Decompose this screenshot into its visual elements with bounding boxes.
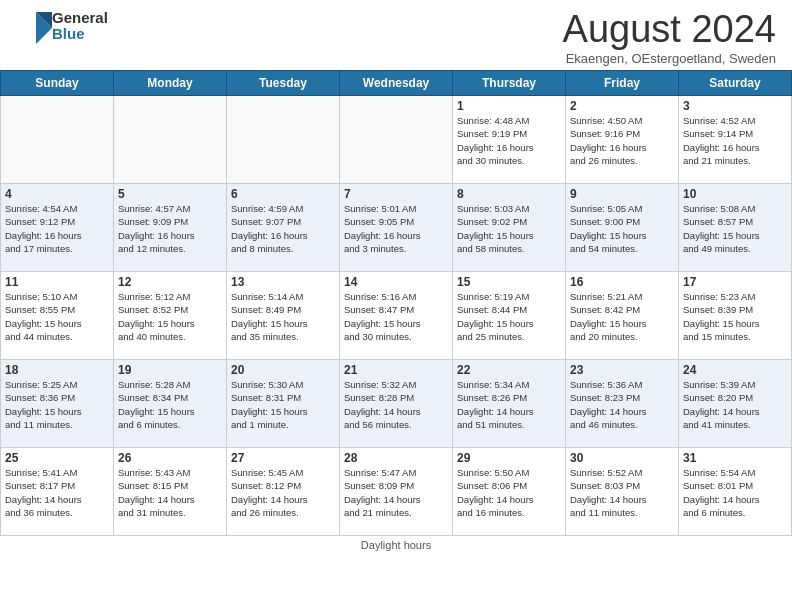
day-number: 25 <box>5 451 109 465</box>
daylight-label: Daylight hours <box>361 539 431 551</box>
day-info: Sunrise: 5:16 AM Sunset: 8:47 PM Dayligh… <box>344 290 448 343</box>
day-number: 18 <box>5 363 109 377</box>
calendar-day-12: 12Sunrise: 5:12 AM Sunset: 8:52 PM Dayli… <box>114 272 227 360</box>
day-info: Sunrise: 5:12 AM Sunset: 8:52 PM Dayligh… <box>118 290 222 343</box>
calendar-day-15: 15Sunrise: 5:19 AM Sunset: 8:44 PM Dayli… <box>453 272 566 360</box>
calendar-day-10: 10Sunrise: 5:08 AM Sunset: 8:57 PM Dayli… <box>679 184 792 272</box>
day-info: Sunrise: 5:41 AM Sunset: 8:17 PM Dayligh… <box>5 466 109 519</box>
calendar-day-16: 16Sunrise: 5:21 AM Sunset: 8:42 PM Dayli… <box>566 272 679 360</box>
day-info: Sunrise: 5:08 AM Sunset: 8:57 PM Dayligh… <box>683 202 787 255</box>
header: General Blue August 2024 Ekaengen, OEste… <box>0 0 792 70</box>
day-info: Sunrise: 4:54 AM Sunset: 9:12 PM Dayligh… <box>5 202 109 255</box>
calendar-empty-cell <box>1 96 114 184</box>
day-info: Sunrise: 4:57 AM Sunset: 9:09 PM Dayligh… <box>118 202 222 255</box>
title-section: August 2024 Ekaengen, OEstergoetland, Sw… <box>563 8 776 66</box>
day-info: Sunrise: 5:19 AM Sunset: 8:44 PM Dayligh… <box>457 290 561 343</box>
calendar-header-monday: Monday <box>114 71 227 96</box>
day-number: 11 <box>5 275 109 289</box>
calendar-day-29: 29Sunrise: 5:50 AM Sunset: 8:06 PM Dayli… <box>453 448 566 536</box>
day-number: 9 <box>570 187 674 201</box>
day-number: 10 <box>683 187 787 201</box>
calendar-week-5: 25Sunrise: 5:41 AM Sunset: 8:17 PM Dayli… <box>1 448 792 536</box>
calendar-week-3: 11Sunrise: 5:10 AM Sunset: 8:55 PM Dayli… <box>1 272 792 360</box>
month-title: August 2024 <box>563 8 776 51</box>
day-number: 4 <box>5 187 109 201</box>
day-info: Sunrise: 4:50 AM Sunset: 9:16 PM Dayligh… <box>570 114 674 167</box>
logo: General Blue <box>16 8 108 44</box>
calendar-day-13: 13Sunrise: 5:14 AM Sunset: 8:49 PM Dayli… <box>227 272 340 360</box>
logo-icon <box>16 8 52 44</box>
calendar-week-1: 1Sunrise: 4:48 AM Sunset: 9:19 PM Daylig… <box>1 96 792 184</box>
calendar-day-28: 28Sunrise: 5:47 AM Sunset: 8:09 PM Dayli… <box>340 448 453 536</box>
day-info: Sunrise: 5:28 AM Sunset: 8:34 PM Dayligh… <box>118 378 222 431</box>
day-info: Sunrise: 5:50 AM Sunset: 8:06 PM Dayligh… <box>457 466 561 519</box>
day-number: 31 <box>683 451 787 465</box>
day-info: Sunrise: 5:05 AM Sunset: 9:00 PM Dayligh… <box>570 202 674 255</box>
day-info: Sunrise: 4:48 AM Sunset: 9:19 PM Dayligh… <box>457 114 561 167</box>
day-info: Sunrise: 5:39 AM Sunset: 8:20 PM Dayligh… <box>683 378 787 431</box>
calendar-day-6: 6Sunrise: 4:59 AM Sunset: 9:07 PM Daylig… <box>227 184 340 272</box>
calendar-header-sunday: Sunday <box>1 71 114 96</box>
calendar-empty-cell <box>340 96 453 184</box>
day-number: 14 <box>344 275 448 289</box>
day-number: 1 <box>457 99 561 113</box>
day-number: 3 <box>683 99 787 113</box>
day-info: Sunrise: 5:23 AM Sunset: 8:39 PM Dayligh… <box>683 290 787 343</box>
day-info: Sunrise: 5:10 AM Sunset: 8:55 PM Dayligh… <box>5 290 109 343</box>
day-number: 2 <box>570 99 674 113</box>
calendar-day-20: 20Sunrise: 5:30 AM Sunset: 8:31 PM Dayli… <box>227 360 340 448</box>
calendar-day-14: 14Sunrise: 5:16 AM Sunset: 8:47 PM Dayli… <box>340 272 453 360</box>
day-info: Sunrise: 5:21 AM Sunset: 8:42 PM Dayligh… <box>570 290 674 343</box>
day-number: 21 <box>344 363 448 377</box>
day-info: Sunrise: 5:34 AM Sunset: 8:26 PM Dayligh… <box>457 378 561 431</box>
calendar-empty-cell <box>114 96 227 184</box>
day-number: 23 <box>570 363 674 377</box>
footer: Daylight hours <box>0 536 792 554</box>
day-number: 16 <box>570 275 674 289</box>
subtitle: Ekaengen, OEstergoetland, Sweden <box>563 51 776 66</box>
day-info: Sunrise: 5:47 AM Sunset: 8:09 PM Dayligh… <box>344 466 448 519</box>
calendar-header-row: SundayMondayTuesdayWednesdayThursdayFrid… <box>1 71 792 96</box>
calendar-header-saturday: Saturday <box>679 71 792 96</box>
calendar-week-2: 4Sunrise: 4:54 AM Sunset: 9:12 PM Daylig… <box>1 184 792 272</box>
logo-general: General <box>52 10 108 27</box>
logo-blue: Blue <box>52 26 108 43</box>
calendar-day-30: 30Sunrise: 5:52 AM Sunset: 8:03 PM Dayli… <box>566 448 679 536</box>
day-number: 6 <box>231 187 335 201</box>
day-number: 26 <box>118 451 222 465</box>
calendar-day-23: 23Sunrise: 5:36 AM Sunset: 8:23 PM Dayli… <box>566 360 679 448</box>
day-info: Sunrise: 4:52 AM Sunset: 9:14 PM Dayligh… <box>683 114 787 167</box>
calendar-day-24: 24Sunrise: 5:39 AM Sunset: 8:20 PM Dayli… <box>679 360 792 448</box>
day-number: 29 <box>457 451 561 465</box>
calendar-day-17: 17Sunrise: 5:23 AM Sunset: 8:39 PM Dayli… <box>679 272 792 360</box>
day-info: Sunrise: 5:45 AM Sunset: 8:12 PM Dayligh… <box>231 466 335 519</box>
calendar-day-27: 27Sunrise: 5:45 AM Sunset: 8:12 PM Dayli… <box>227 448 340 536</box>
calendar-header-friday: Friday <box>566 71 679 96</box>
day-number: 8 <box>457 187 561 201</box>
calendar-day-5: 5Sunrise: 4:57 AM Sunset: 9:09 PM Daylig… <box>114 184 227 272</box>
day-info: Sunrise: 5:14 AM Sunset: 8:49 PM Dayligh… <box>231 290 335 343</box>
calendar-empty-cell <box>227 96 340 184</box>
day-info: Sunrise: 5:32 AM Sunset: 8:28 PM Dayligh… <box>344 378 448 431</box>
calendar-day-1: 1Sunrise: 4:48 AM Sunset: 9:19 PM Daylig… <box>453 96 566 184</box>
calendar-day-9: 9Sunrise: 5:05 AM Sunset: 9:00 PM Daylig… <box>566 184 679 272</box>
calendar: SundayMondayTuesdayWednesdayThursdayFrid… <box>0 70 792 536</box>
day-number: 24 <box>683 363 787 377</box>
calendar-day-25: 25Sunrise: 5:41 AM Sunset: 8:17 PM Dayli… <box>1 448 114 536</box>
day-number: 15 <box>457 275 561 289</box>
day-number: 28 <box>344 451 448 465</box>
day-info: Sunrise: 5:54 AM Sunset: 8:01 PM Dayligh… <box>683 466 787 519</box>
calendar-day-3: 3Sunrise: 4:52 AM Sunset: 9:14 PM Daylig… <box>679 96 792 184</box>
calendar-week-4: 18Sunrise: 5:25 AM Sunset: 8:36 PM Dayli… <box>1 360 792 448</box>
calendar-day-11: 11Sunrise: 5:10 AM Sunset: 8:55 PM Dayli… <box>1 272 114 360</box>
day-number: 13 <box>231 275 335 289</box>
calendar-day-4: 4Sunrise: 4:54 AM Sunset: 9:12 PM Daylig… <box>1 184 114 272</box>
day-number: 5 <box>118 187 222 201</box>
day-number: 30 <box>570 451 674 465</box>
calendar-day-22: 22Sunrise: 5:34 AM Sunset: 8:26 PM Dayli… <box>453 360 566 448</box>
calendar-day-8: 8Sunrise: 5:03 AM Sunset: 9:02 PM Daylig… <box>453 184 566 272</box>
calendar-day-19: 19Sunrise: 5:28 AM Sunset: 8:34 PM Dayli… <box>114 360 227 448</box>
day-number: 19 <box>118 363 222 377</box>
calendar-header-wednesday: Wednesday <box>340 71 453 96</box>
day-info: Sunrise: 5:01 AM Sunset: 9:05 PM Dayligh… <box>344 202 448 255</box>
